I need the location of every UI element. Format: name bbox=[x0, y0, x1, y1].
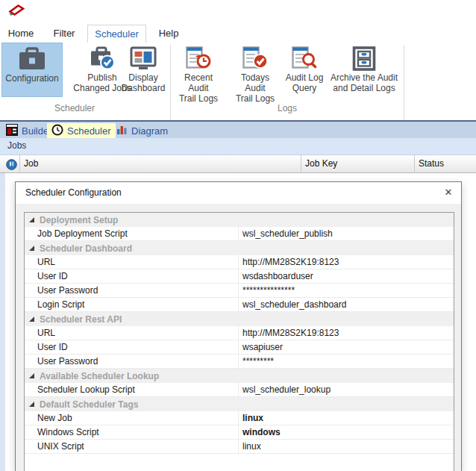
property-label: URL bbox=[25, 255, 238, 269]
bar-chart-icon bbox=[116, 124, 128, 137]
ribbon-button-label: Recent Audit Trail Logs bbox=[173, 72, 224, 104]
property-label: URL bbox=[25, 326, 238, 340]
property-row: URL http://MM28S2K19:8123 bbox=[25, 255, 454, 269]
property-value[interactable]: *************** bbox=[238, 284, 454, 297]
window-titlebar bbox=[0, 0, 476, 22]
property-row: Job Deployment Script wsl_scheduler_publ… bbox=[25, 227, 454, 241]
property-label: Login Script bbox=[25, 298, 238, 311]
property-value[interactable]: http://MM28S2K19:8123 bbox=[238, 326, 454, 340]
property-row: Scheduler Lookup Script wsl_scheduler_lo… bbox=[25, 383, 454, 397]
log-check-icon bbox=[230, 45, 281, 72]
dialog-title: Scheduler Configuration bbox=[25, 187, 122, 198]
ribbon-group-label-logs: Logs bbox=[242, 102, 332, 114]
section-row-default-scheduler-tags[interactable]: Default Scheduler Tags bbox=[25, 397, 454, 411]
ribbon-group-label-scheduler: Scheduler bbox=[30, 102, 119, 114]
property-value[interactable]: wsl_scheduler_publish bbox=[238, 227, 454, 240]
ribbon-tab-bar: Home Filter Scheduler Help bbox=[0, 22, 476, 43]
ribbon-button-recent-audit-trail-logs[interactable]: Recent Audit Trail Logs bbox=[173, 43, 224, 97]
property-label: User Password bbox=[25, 355, 238, 368]
property-value[interactable]: windows bbox=[238, 425, 454, 439]
ribbon-button-archive-audit-detail-logs[interactable]: Archive the Audit and Detail Logs bbox=[330, 43, 398, 97]
property-label: Scheduler Lookup Script bbox=[25, 383, 238, 396]
property-value[interactable]: wsapiuser bbox=[238, 340, 454, 354]
log-history-icon bbox=[173, 45, 224, 72]
clock-icon bbox=[51, 124, 63, 138]
ribbon-tab-home[interactable]: Home bbox=[6, 25, 36, 43]
property-value[interactable]: linux bbox=[238, 411, 454, 425]
ribbon-button-todays-audit-trail-logs[interactable]: Todays Audit Trail Logs bbox=[230, 43, 281, 97]
view-tab-scheduler[interactable]: Scheduler bbox=[47, 123, 116, 138]
app-window: Home Filter Scheduler Help Configuration bbox=[0, 0, 476, 471]
property-grid: Deployment Setup Job Deployment Script w… bbox=[24, 212, 454, 471]
property-row: Login Script wsl_scheduler_dashboard bbox=[25, 298, 454, 312]
jobs-grid-header: Job Job Key Status bbox=[0, 155, 476, 173]
section-row-scheduler-rest-api[interactable]: Scheduler Rest API bbox=[25, 312, 454, 326]
property-value[interactable]: wsl_scheduler_lookup bbox=[238, 383, 454, 396]
ribbon-button-label: Audit Log Query bbox=[281, 72, 328, 93]
property-value[interactable]: wsl_scheduler_dashboard bbox=[238, 298, 454, 311]
property-label: Windows Script bbox=[25, 425, 238, 439]
window-left-margin bbox=[0, 173, 5, 471]
ribbon-tab-scheduler[interactable]: Scheduler bbox=[87, 25, 146, 43]
builder-icon bbox=[6, 124, 18, 138]
section-row-scheduler-dashboard[interactable]: Scheduler Dashboard bbox=[25, 241, 454, 255]
property-row: Windows Script windows bbox=[25, 425, 454, 440]
property-row: User Password ********* bbox=[25, 355, 454, 369]
property-label: User ID bbox=[25, 340, 238, 354]
view-tab-diagram[interactable]: Diagram bbox=[112, 123, 172, 138]
property-row: URL http://MM28S2K19:8123 bbox=[25, 326, 454, 340]
property-value[interactable]: wsdashboarduser bbox=[238, 269, 454, 283]
toolbox-icon bbox=[2, 46, 62, 73]
scheduler-configuration-dialog: Scheduler Configuration ✕ Deployment Set… bbox=[15, 181, 462, 471]
property-row: UNIX Script linux bbox=[25, 440, 454, 454]
column-header-job-key[interactable]: Job Key bbox=[301, 155, 415, 173]
expanded-triangle-icon bbox=[29, 402, 34, 407]
archive-box-icon bbox=[330, 45, 398, 72]
property-label: User Password bbox=[25, 284, 238, 297]
property-row: New Job linux bbox=[25, 411, 454, 425]
ribbon-button-display-dashboard[interactable]: Display Dashboard bbox=[118, 43, 169, 97]
ribbon-button-label: Todays Audit Trail Logs bbox=[230, 72, 281, 104]
ribbon-tab-help[interactable]: Help bbox=[154, 25, 184, 43]
property-label: User ID bbox=[25, 269, 238, 283]
expanded-triangle-icon bbox=[29, 246, 34, 251]
column-header-status[interactable]: Status bbox=[415, 155, 476, 173]
view-tab-label: Diagram bbox=[131, 125, 168, 137]
property-value[interactable]: http://MM28S2K19:8123 bbox=[238, 255, 454, 269]
ribbon-button-label: Archive the Audit and Detail Logs bbox=[330, 72, 398, 93]
expanded-triangle-icon bbox=[29, 373, 34, 378]
dialog-titlebar: Scheduler Configuration ✕ bbox=[16, 182, 461, 204]
ribbon-button-label: Display Dashboard bbox=[118, 72, 169, 93]
ribbon-button-configuration[interactable]: Configuration bbox=[1, 43, 63, 97]
property-row: User Password *************** bbox=[25, 284, 454, 298]
expanded-triangle-icon bbox=[29, 217, 34, 222]
property-value[interactable]: linux bbox=[238, 440, 454, 453]
ribbon-button-audit-log-query[interactable]: Audit Log Query bbox=[281, 43, 328, 97]
column-header-job[interactable]: Job bbox=[20, 155, 301, 173]
ribbon: Configuration Publish Changed Jobs bbox=[0, 43, 476, 120]
view-tab-bar: Builder Scheduler Diagram bbox=[0, 120, 476, 138]
expanded-triangle-icon bbox=[29, 316, 34, 322]
wherescape-red-logo-icon bbox=[7, 4, 25, 20]
log-search-icon bbox=[281, 45, 328, 72]
property-value[interactable]: ********* bbox=[238, 355, 454, 368]
view-tab-label: Scheduler bbox=[67, 125, 111, 137]
dashboard-monitor-icon bbox=[118, 45, 169, 72]
ribbon-button-label: Configuration bbox=[2, 73, 62, 84]
section-row-available-scheduler-lookup[interactable]: Available Scheduler Lookup bbox=[25, 369, 454, 383]
property-label: New Job bbox=[25, 411, 238, 425]
jobs-bar: Jobs bbox=[0, 138, 476, 155]
property-label: UNIX Script bbox=[25, 440, 238, 453]
section-row-deployment-setup[interactable]: Deployment Setup bbox=[25, 213, 454, 227]
property-row: User ID wsdashboarduser bbox=[25, 269, 454, 284]
property-row: User ID wsapiuser bbox=[25, 340, 454, 355]
jobs-bar-label: Jobs bbox=[7, 140, 26, 151]
status-ball-icon[interactable] bbox=[0, 155, 20, 173]
close-icon[interactable]: ✕ bbox=[442, 186, 455, 199]
ribbon-tab-filter[interactable]: Filter bbox=[48, 25, 81, 43]
property-label: Job Deployment Script bbox=[25, 227, 238, 240]
